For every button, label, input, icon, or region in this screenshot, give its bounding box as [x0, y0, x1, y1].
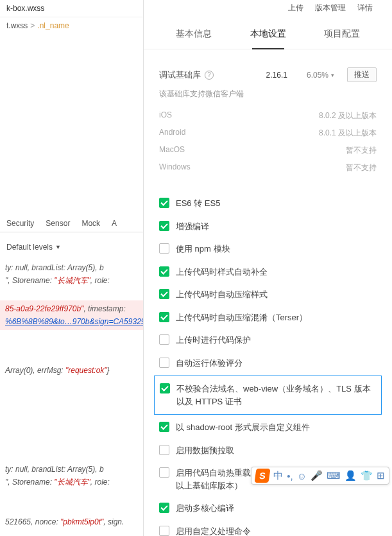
checkbox[interactable] — [159, 312, 169, 322]
dropdown-icon: ▼ — [55, 244, 61, 250]
menu-version[interactable]: 版本管理 — [315, 3, 346, 13]
option-label: 上传代码时自动压缩样式 — [176, 288, 377, 301]
option-label: 使用 npm 模块 — [176, 243, 377, 255]
top-menu: 上传 版本管理 详情 — [288, 0, 373, 16]
tab-basic-info[interactable]: 基本信息 — [157, 19, 231, 49]
console-line: ", Storename: "长城汽车", role: — [0, 272, 143, 289]
option-label: 自动运行体验评分 — [176, 357, 377, 370]
option-item[interactable]: 以 shadow-root 形式展示自定义组件 — [159, 416, 377, 439]
breadcrumb-class: .nl_name — [37, 21, 69, 30]
devtools-tab-sensor[interactable]: Sensor — [46, 219, 70, 228]
option-item[interactable]: 上传代码时自动压缩样式 — [159, 283, 377, 306]
ime-skin-icon[interactable]: 👕 — [361, 470, 373, 481]
support-row: Android8.0.1 及以上版本 — [159, 125, 377, 142]
option-label: 以 shadow-root 形式展示自定义组件 — [176, 421, 377, 434]
debug-base-percent[interactable]: 6.05% ▾ — [300, 69, 341, 81]
option-label: 增强编译 — [176, 220, 377, 233]
option-item[interactable]: 启动多核心编译 — [159, 497, 377, 520]
option-label: 上传时进行代码保护 — [176, 334, 377, 347]
option-item[interactable]: 自动运行体验评分 — [159, 352, 377, 375]
checkbox[interactable] — [159, 358, 169, 368]
option-label: 启用自定义处理命令 — [176, 525, 377, 537]
ime-emoji-icon[interactable]: ☺ — [297, 471, 307, 481]
checkbox[interactable] — [159, 503, 169, 513]
option-item[interactable]: 上传代码时自动压缩混淆（Terser） — [159, 306, 377, 329]
devtools-tab-mock[interactable]: Mock — [81, 219, 100, 228]
sogou-logo-icon[interactable]: S — [255, 469, 271, 483]
option-item[interactable]: 启用数据预拉取 — [159, 439, 377, 462]
console-line: Array(0), errMsg: "request:ok"} — [0, 362, 143, 379]
option-label: 上传代码时自动压缩混淆（Terser） — [176, 311, 377, 324]
devtools-tab-more[interactable]: A — [112, 219, 117, 228]
ime-lang[interactable]: 中 — [273, 470, 283, 482]
checkbox[interactable] — [160, 383, 170, 393]
option-item[interactable]: 启用自定义处理命令 — [159, 520, 377, 537]
checkbox[interactable] — [159, 221, 169, 231]
settings-tabs: 基本信息 本地设置 项目配置 — [144, 19, 392, 49]
support-list: iOS8.0.2 及以上版本 Android8.0.1 及以上版本 MacOS暂… — [159, 107, 377, 177]
console-line: 521665, nonce: "pbkmt5ip0t", sign. — [0, 514, 143, 530]
option-item[interactable]: 增强编译 — [159, 215, 377, 238]
option-label: 上传代码时样式自动补全 — [176, 266, 377, 279]
chevron-down-icon: ▾ — [331, 72, 334, 78]
ime-toolbar[interactable]: S 中 •, ☺ 🎤 ⌨ 👤 👕 ⊞ — [251, 467, 389, 485]
file-tab[interactable]: k-box.wxss — [0, 0, 143, 17]
option-item[interactable]: 使用 npm 模块 — [159, 238, 377, 261]
checkbox[interactable] — [159, 526, 169, 536]
menu-upload[interactable]: 上传 — [288, 3, 303, 13]
log-level-filter[interactable]: Default levels ▼ — [0, 239, 67, 255]
push-button[interactable]: 推送 — [347, 67, 377, 82]
ime-punct-icon[interactable]: •, — [287, 471, 293, 481]
option-item[interactable]: 上传代码时样式自动补全 — [159, 261, 377, 284]
checkbox[interactable] — [159, 266, 169, 277]
tab-project-config[interactable]: 项目配置 — [305, 19, 379, 49]
option-item[interactable]: 上传时进行代码保护 — [159, 329, 377, 352]
option-item[interactable]: ES6 转 ES5 — [159, 192, 377, 215]
menu-detail[interactable]: 详情 — [357, 3, 373, 13]
console-line: ", Storename: "长城汽车", role: — [0, 474, 143, 490]
support-row: MacOS暂不支持 — [159, 142, 377, 159]
checkbox[interactable] — [159, 422, 169, 432]
option-label: 不校验合法域名、web-view（业务域名）、TLS 版本以及 HTTPS 证书 — [176, 383, 376, 408]
checkbox[interactable] — [159, 198, 169, 208]
devtools-tab-security[interactable]: Security — [6, 219, 34, 228]
debug-base-label: 调试基础库 — [159, 69, 201, 81]
option-item[interactable]: 不校验合法域名、web-view（业务域名）、TLS 版本以及 HTTPS 证书 — [154, 376, 382, 415]
ime-keyboard-icon[interactable]: ⌨ — [327, 470, 341, 481]
base-lib-hint: 该基础库支持微信客户端 — [159, 89, 377, 99]
ime-voice-icon[interactable]: 🎤 — [311, 470, 323, 481]
option-label: ES6 转 ES5 — [176, 197, 377, 210]
devtools-tabs: Security Sensor Mock A — [0, 215, 143, 232]
checkbox[interactable] — [159, 334, 169, 345]
editor-left-panel: k-box.wxss t.wxss > .nl_name Security Se… — [0, 0, 143, 536]
breadcrumb-file: t.wxss — [6, 21, 28, 30]
support-row: Windows暂不支持 — [159, 159, 377, 177]
checkbox[interactable] — [159, 467, 169, 478]
console-error-link[interactable]: %6B%8B%89&to…970b&sign=CA59329657F5 — [0, 313, 143, 330]
chevron-right-icon: > — [30, 21, 35, 30]
support-row: iOS8.0.2 及以上版本 — [159, 107, 377, 125]
ime-toolbox-icon[interactable]: ⊞ — [377, 470, 385, 481]
checkbox[interactable] — [159, 243, 169, 254]
debug-base-version[interactable]: 2.16.1 — [260, 69, 294, 81]
tab-local-settings[interactable]: 本地设置 — [231, 19, 305, 49]
option-label: 启动多核心编译 — [176, 502, 377, 515]
settings-panel: 上传 版本管理 详情 基本信息 本地设置 项目配置 调试基础库 ? 2.16.1… — [143, 0, 392, 536]
option-label: 启用数据预拉取 — [176, 444, 377, 457]
ime-user-icon[interactable]: 👤 — [345, 470, 357, 481]
checkbox[interactable] — [159, 289, 169, 299]
debug-base-row: 调试基础库 ? 2.16.1 6.05% ▾ 推送 — [159, 67, 377, 82]
help-icon[interactable]: ? — [205, 71, 214, 80]
breadcrumb[interactable]: t.wxss > .nl_name — [0, 17, 143, 34]
settings-content: 调试基础库 ? 2.16.1 6.05% ▾ 推送 该基础库支持微信客户端 iO… — [144, 49, 392, 536]
checkbox[interactable] — [159, 445, 169, 455]
